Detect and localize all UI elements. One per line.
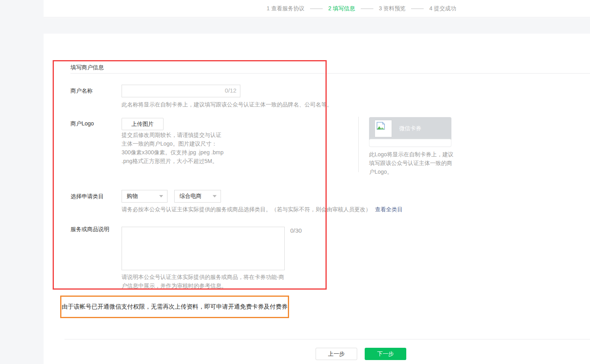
upload-image-button[interactable]: 上传图片 — [122, 118, 164, 130]
left-sidebar-rail — [0, 0, 44, 364]
merchant-name-counter: 0/12 — [225, 87, 236, 94]
description-counter: 0/30 — [290, 227, 302, 234]
wechat-pay-notice: 由于该帐号已开通微信支付权限，无需再次上传资料，即可申请开通免费卡券及付费券 — [60, 296, 289, 318]
coupon-card-header: 微信卡券 — [369, 117, 451, 140]
background-band — [44, 18, 590, 34]
chevron-down-icon — [159, 195, 163, 197]
footer-divider — [65, 339, 590, 339]
category-primary-value: 购物 — [127, 193, 138, 200]
next-step-button[interactable]: 下一步 — [365, 348, 406, 360]
step-preview: 3 资料预览 — [379, 5, 406, 12]
preview-divider — [358, 117, 359, 172]
step-view-agreement: 1 查看服务协议 — [266, 5, 305, 12]
merchant-info-page: 1 查看服务协议 2 填写信息 3 资料预览 4 提交成功 填写商户信息 商户名… — [0, 0, 590, 364]
section-divider — [70, 73, 590, 74]
step-separator — [411, 8, 424, 9]
logo-preview-help: 此Logo将显示在自制卡券上，建议填写跟该公众号认证主体一致的商户Logo。 — [369, 150, 454, 176]
broken-image-icon — [377, 122, 385, 130]
category-help: 请务必按本公众号认证主体实际提供的服务或商品选择类目。（若与实际不符，则会由审核… — [122, 206, 371, 212]
coupon-preview-card: 微信卡券 此Logo将显示在自制卡券上，建议填写跟该公众号认证主体一致的商户Lo… — [369, 117, 451, 176]
category-help-row: 请务必按本公众号认证主体实际提供的服务或商品选择类目。（若与实际不符，则会由审核… — [122, 205, 403, 214]
step-fill-info: 2 填写信息 — [328, 5, 355, 12]
step-success: 4 提交成功 — [429, 5, 456, 12]
merchant-name-field: 0/12 — [122, 85, 240, 97]
category-secondary-value: 综合电商 — [179, 193, 202, 200]
coupon-card-tail — [369, 139, 451, 147]
merchant-name-label: 商户名称 — [70, 87, 93, 95]
wechat-pay-notice-text: 由于该帐号已开通微信支付权限，无需再次上传资料，即可申请开通免费卡券及付费券 — [62, 303, 287, 311]
description-help: 请说明本公众号认证主体实际提供的服务或商品，将在卡券功能-商户信息中展示，并作为… — [122, 273, 289, 290]
top-bar: 1 查看服务协议 2 填写信息 3 资料预览 4 提交成功 — [44, 0, 590, 17]
category-label: 选择申请类目 — [70, 193, 104, 200]
chevron-down-icon — [213, 195, 217, 197]
coupon-card-title: 微信卡券 — [399, 125, 421, 132]
step-separator — [361, 8, 373, 9]
description-label: 服务或商品说明 — [70, 226, 109, 233]
merchant-name-input[interactable] — [122, 85, 240, 97]
progress-stepper: 1 查看服务协议 2 填写信息 3 资料预览 4 提交成功 — [266, 5, 456, 12]
category-secondary-select[interactable]: 综合电商 — [174, 190, 221, 203]
merchant-name-help: 此名称将显示在自制卡券上，建议填写跟该公众号认证主体一致的品牌名、公司名等。 — [122, 100, 332, 109]
description-textarea[interactable] — [122, 227, 285, 270]
merchant-logo-help: 提交后修改周期较长，请谨慎提交与认证主体一致的商户Logo。图片建议尺寸：300… — [122, 131, 224, 165]
section-title: 填写商户信息 — [70, 64, 104, 71]
view-all-categories-link[interactable]: 查看全类目 — [375, 206, 403, 212]
category-primary-select[interactable]: 购物 — [122, 190, 167, 203]
step-separator — [310, 8, 323, 9]
previous-step-button[interactable]: 上一步 — [316, 348, 357, 360]
merchant-logo-label: 商户Logo — [70, 120, 94, 127]
logo-placeholder — [375, 120, 392, 137]
